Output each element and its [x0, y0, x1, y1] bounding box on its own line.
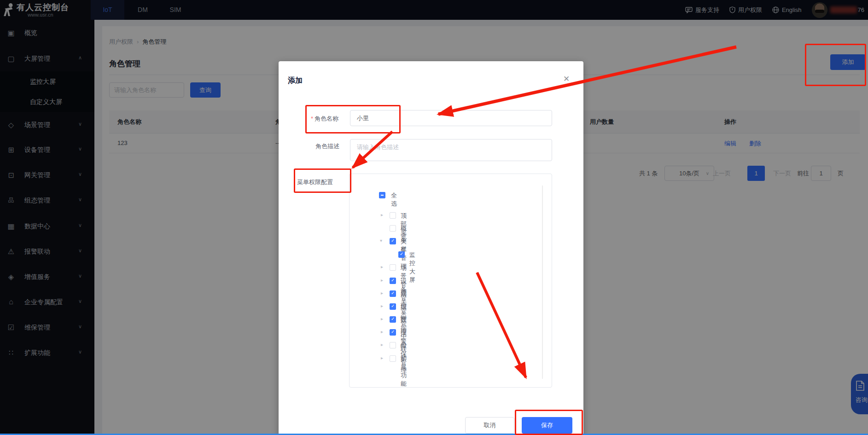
tree-checkbox[interactable]	[390, 290, 396, 297]
expander-icon[interactable]: ▸	[381, 290, 383, 296]
menu-permission-label: 菜单权限配置	[297, 178, 333, 186]
expander-icon[interactable]: ▸	[381, 329, 383, 334]
save-button[interactable]: 保存	[522, 417, 572, 434]
expander-icon[interactable]: ▸	[381, 303, 383, 308]
expander-icon[interactable]: ▸	[381, 264, 383, 269]
role-desc-textarea[interactable]: 请输入角色描述	[350, 139, 552, 161]
expander-icon[interactable]: ▸	[381, 342, 383, 347]
role-desc-label: 角色描述	[315, 142, 339, 151]
tree-label[interactable]: 全选	[391, 191, 397, 208]
tree-checkbox[interactable]	[390, 264, 396, 271]
expander-icon[interactable]: ▸	[381, 278, 383, 283]
menu-permission-tree: 全选 ▸ 顶部菜单栏 概览 ▾ 大屏管理 监控大屏 ▸	[349, 174, 552, 388]
close-icon[interactable]: ✕	[563, 74, 570, 84]
tree-checkbox[interactable]	[390, 342, 396, 348]
role-name-label: *角色名称	[311, 115, 338, 123]
tree-checkbox[interactable]	[390, 316, 396, 323]
tree-checkbox[interactable]	[390, 238, 396, 244]
tree-checkbox[interactable]	[390, 212, 396, 219]
role-name-label-text: 角色名称	[315, 115, 338, 122]
select-all-checkbox[interactable]	[379, 192, 385, 198]
expander-icon[interactable]: ▸	[381, 316, 383, 321]
tree-checkbox[interactable]	[390, 303, 396, 310]
app-root: 有人云控制台 www.usr.cn IoT DM SIM 服务支持 用户权限	[0, 0, 868, 435]
tree-checkbox[interactable]	[390, 278, 396, 284]
role-name-input[interactable]: 小里	[350, 110, 552, 126]
cancel-button[interactable]: 取消	[465, 417, 514, 434]
tree-label[interactable]: 监控大屏	[409, 251, 415, 284]
tree-checkbox[interactable]	[390, 225, 396, 232]
tree-checkbox[interactable]	[398, 251, 405, 258]
expander-icon[interactable]: ▸	[381, 355, 383, 360]
required-star: *	[311, 115, 313, 122]
tree-checkbox[interactable]	[390, 355, 396, 362]
expander-icon[interactable]: ▾	[380, 238, 382, 243]
add-role-modal: 添加 ✕ *角色名称 小里 角色描述 请输入角色描述 菜单权限配置 全选 ▸ 顶…	[279, 61, 583, 435]
tree-checkbox[interactable]	[390, 329, 396, 336]
expander-icon[interactable]: ▸	[381, 212, 383, 217]
modal-title: 添加	[288, 76, 303, 86]
tree-label[interactable]: 扩展功能	[401, 355, 407, 388]
tree-scrollbar[interactable]	[542, 186, 543, 379]
